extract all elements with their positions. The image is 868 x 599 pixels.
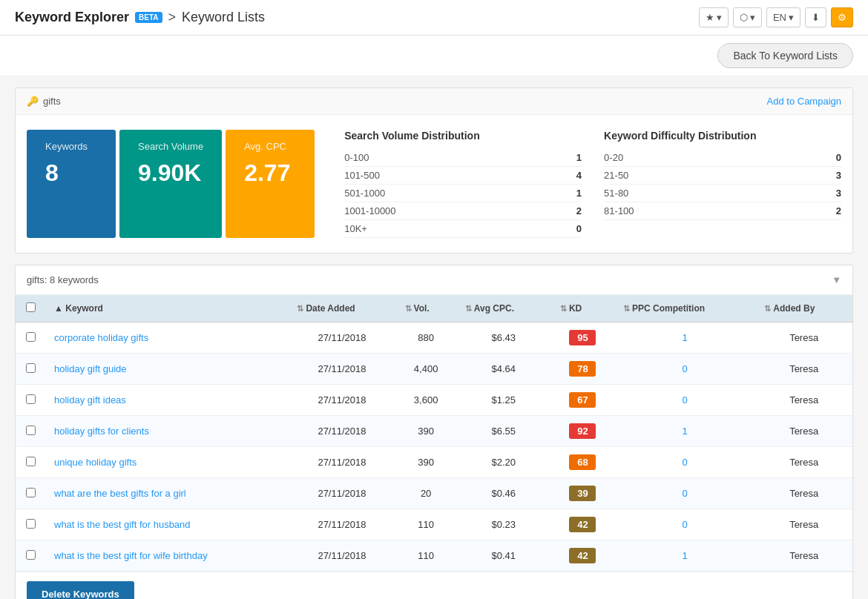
- ppc-link[interactable]: 0: [683, 394, 688, 406]
- row-vol: 4,400: [396, 354, 456, 385]
- dist-row: 101-500 4: [344, 167, 582, 185]
- summary-panel-header: 🔑 gifts Add to Campaign: [16, 88, 852, 115]
- row-vol: 110: [396, 509, 456, 540]
- row-avg-cpc: $0.46: [456, 478, 551, 509]
- dist-value: 2: [836, 205, 841, 216]
- row-date: 27/11/2018: [288, 447, 395, 478]
- keyword-link[interactable]: what is the best gift for wife birthday: [54, 550, 208, 561]
- row-checkbox-cell[interactable]: [16, 385, 45, 416]
- keyword-link[interactable]: what are the best gifts for a girl: [54, 488, 186, 499]
- ppc-link[interactable]: 1: [683, 332, 688, 343]
- header-date-added[interactable]: Date Added: [288, 295, 395, 322]
- row-checkbox[interactable]: [26, 363, 36, 373]
- row-checkbox-cell[interactable]: [16, 540, 45, 572]
- row-date: 27/11/2018: [288, 540, 395, 572]
- ppc-link[interactable]: 0: [683, 488, 688, 499]
- row-avg-cpc: $6.55: [456, 416, 551, 447]
- header-avg-cpc[interactable]: Avg CPC.: [456, 295, 551, 322]
- star-button[interactable]: ★ ▾: [699, 7, 729, 27]
- header-right: ★ ▾ ⬡ ▾ EN ▾ ⬇ ⚙: [699, 7, 853, 27]
- header-added-by[interactable]: Added By: [755, 295, 852, 322]
- row-added-by: Teresa: [755, 540, 852, 572]
- dist-row: 501-1000 1: [344, 185, 582, 202]
- row-avg-cpc: $1.25: [456, 385, 551, 416]
- dist-label: 0-100: [344, 152, 369, 163]
- row-checkbox[interactable]: [26, 332, 36, 342]
- keyword-link[interactable]: unique holiday gifts: [54, 457, 137, 468]
- row-date: 27/11/2018: [288, 322, 395, 354]
- cube-button[interactable]: ⬡ ▾: [733, 7, 762, 27]
- keyword-link[interactable]: holiday gifts for clients: [54, 426, 149, 437]
- ppc-link[interactable]: 0: [683, 519, 688, 530]
- row-vol: 390: [396, 416, 456, 447]
- row-checkbox[interactable]: [26, 519, 36, 529]
- keywords-panel: gifts: 8 keywords ▼ ▲ Keyword Date Added…: [15, 265, 853, 599]
- keyword-link[interactable]: corporate holiday gifts: [54, 332, 148, 343]
- row-checkbox-cell[interactable]: [16, 478, 45, 509]
- header-ppc-competition[interactable]: PPC Competition: [614, 295, 755, 322]
- keyword-difficulty-dist-title: Keyword Difficulty Distribution: [604, 130, 841, 142]
- header-vol[interactable]: Vol.: [396, 295, 456, 322]
- kd-badge: 42: [569, 517, 596, 532]
- dist-row: 81-100 2: [604, 202, 841, 220]
- back-to-keyword-lists-button[interactable]: Back To Keyword Lists: [717, 43, 853, 68]
- row-checkbox-cell[interactable]: [16, 354, 45, 385]
- row-ppc: 0: [614, 354, 755, 385]
- table-header-row: ▲ Keyword Date Added Vol. Avg CPC. KD PP…: [16, 295, 852, 322]
- row-kd: 95: [551, 322, 614, 354]
- dist-row: 1001-10000 2: [344, 202, 582, 220]
- download-icon: ⬇: [812, 12, 820, 23]
- row-ppc: 1: [614, 416, 755, 447]
- row-checkbox[interactable]: [26, 457, 36, 466]
- filter-icon[interactable]: ▼: [832, 274, 841, 285]
- row-checkbox-cell[interactable]: [16, 322, 45, 354]
- row-checkbox[interactable]: [26, 550, 36, 560]
- keyword-link[interactable]: what is the best gift for husband: [54, 519, 191, 530]
- ppc-link[interactable]: 1: [683, 550, 688, 561]
- kd-badge: 78: [569, 361, 596, 377]
- header-kd[interactable]: KD: [551, 295, 614, 322]
- header-left: Keyword Explorer BETA > Keyword Lists: [15, 10, 265, 25]
- row-keyword: holiday gift guide: [45, 354, 288, 385]
- select-all-checkbox[interactable]: [26, 302, 36, 312]
- table-row: holiday gifts for clients 27/11/2018 390…: [16, 416, 852, 447]
- top-header: Keyword Explorer BETA > Keyword Lists ★ …: [0, 0, 868, 36]
- add-to-campaign-link[interactable]: Add to Campaign: [767, 96, 841, 107]
- search-volume-stat-box: Search Volume 9.90K: [119, 130, 222, 238]
- keyword-link[interactable]: holiday gift ideas: [54, 394, 126, 406]
- row-checkbox[interactable]: [26, 426, 36, 435]
- row-kd: 42: [551, 540, 614, 572]
- search-volume-dist: Search Volume Distribution 0-100 1 101-5…: [344, 130, 582, 238]
- row-checkbox-cell[interactable]: [16, 416, 45, 447]
- ppc-link[interactable]: 1: [683, 426, 688, 437]
- row-keyword: what is the best gift for wife birthday: [45, 540, 288, 572]
- dist-label: 0-20: [604, 152, 623, 163]
- row-checkbox[interactable]: [26, 488, 36, 497]
- row-checkbox-cell[interactable]: [16, 447, 45, 478]
- row-keyword: what is the best gift for husband: [45, 509, 288, 540]
- download-button[interactable]: ⬇: [805, 7, 826, 27]
- row-added-by: Teresa: [755, 509, 852, 540]
- row-keyword: corporate holiday gifts: [45, 322, 288, 354]
- keywords-stat-box: Keywords 8: [27, 130, 116, 238]
- dist-label: 21-50: [604, 170, 628, 181]
- keywords-stat-label: Keywords: [45, 141, 97, 152]
- ppc-link[interactable]: 0: [683, 363, 688, 374]
- main-content: 🔑 gifts Add to Campaign Keywords 8 Searc…: [0, 76, 868, 599]
- row-date: 27/11/2018: [288, 416, 395, 447]
- keyword-link[interactable]: holiday gift guide: [54, 363, 127, 374]
- row-keyword: holiday gifts for clients: [45, 416, 288, 447]
- key-icon: 🔑: [27, 96, 39, 107]
- ppc-link[interactable]: 0: [683, 457, 688, 468]
- settings-button[interactable]: ⚙: [831, 7, 853, 27]
- header-keyword[interactable]: ▲ Keyword: [45, 295, 288, 322]
- avg-cpc-stat-value: 2.77: [244, 159, 296, 187]
- kd-badge: 67: [569, 392, 596, 408]
- lang-button[interactable]: EN ▾: [766, 7, 800, 27]
- dist-value: 3: [836, 170, 841, 181]
- delete-keywords-button[interactable]: Delete Keywords: [27, 581, 134, 599]
- row-checkbox-cell[interactable]: [16, 509, 45, 540]
- header-checkbox[interactable]: [16, 295, 45, 322]
- avg-cpc-stat-label: Avg. CPC: [244, 141, 296, 152]
- row-checkbox[interactable]: [26, 394, 36, 404]
